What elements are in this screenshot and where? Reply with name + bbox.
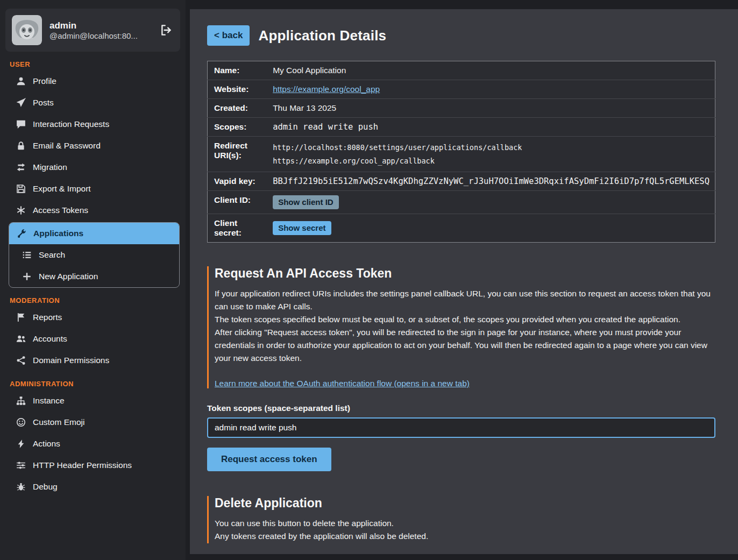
applications-submenu: Search New Application xyxy=(9,244,179,287)
smiley-icon xyxy=(16,417,26,427)
row-label: Website: xyxy=(208,80,268,99)
sidebar-item-applications[interactable]: Applications xyxy=(9,223,179,244)
applications-group: Applications Search New Application xyxy=(9,222,180,288)
sidebar-item-domain-permissions[interactable]: Domain Permissions xyxy=(0,350,186,371)
request-token-paragraph: After clicking "Request access token", y… xyxy=(215,326,715,365)
sidebar-item-label: Accounts xyxy=(33,334,67,344)
detail-row-client-secret: Client secret: Show secret xyxy=(208,214,715,242)
sidebar: admin @admin@localhost:80... USER Profil… xyxy=(0,0,186,560)
tools-icon xyxy=(17,229,26,238)
section-label-user: USER xyxy=(10,60,176,68)
back-button[interactable]: < back xyxy=(207,25,250,46)
detail-row-vapid-key: Vapid key: BBJffJ219b5iE512m7wQSzv4KgKDh… xyxy=(208,172,715,190)
sidebar-item-email-password[interactable]: Email & Password xyxy=(0,135,186,157)
settings-page: admin @admin@localhost:80... USER Profil… xyxy=(0,0,738,560)
row-label: Vapid key: xyxy=(208,172,268,190)
migration-icon xyxy=(16,162,26,172)
delete-application-section: Delete Application You can use this butt… xyxy=(207,496,715,543)
user-card: admin @admin@localhost:80... xyxy=(5,9,180,52)
sidebar-item-custom-emoji[interactable]: Custom Emoji xyxy=(0,412,186,433)
sidebar-item-label: Migration xyxy=(33,162,67,172)
detail-row-name: Name: My Cool Application xyxy=(208,61,715,80)
delete-paragraph: You can use this button to delete the ap… xyxy=(215,517,715,530)
request-token-paragraph: The token scopes specified below must be… xyxy=(215,313,715,326)
detail-row-redirect-uris: Redirect URI(s): http://localhost:8080/s… xyxy=(208,137,715,172)
oauth-docs-link[interactable]: Learn more about the OAuth authenticatio… xyxy=(215,379,470,388)
detail-row-website: Website: https://example.org/cool_app xyxy=(208,80,715,99)
user-name: admin xyxy=(49,20,152,31)
token-scopes-label: Token scopes (space-separated list) xyxy=(207,403,715,413)
row-label: Name: xyxy=(208,61,268,80)
user-handle: @admin@localhost:80... xyxy=(49,31,152,40)
sidebar-item-migration[interactable]: Migration xyxy=(0,157,186,178)
page-title: Application Details xyxy=(258,27,386,44)
sidebar-item-instance[interactable]: Instance xyxy=(0,390,186,412)
section-label-moderation: MODERATION xyxy=(10,296,176,304)
sidebar-item-label: Custom Emoji xyxy=(33,417,84,427)
sidebar-item-label: Export & Import xyxy=(33,184,91,194)
show-client-id-button[interactable]: Show client ID xyxy=(273,195,339,209)
delete-paragraph: Any tokens created by the application wi… xyxy=(215,530,715,543)
bug-icon xyxy=(16,482,26,492)
detail-row-scopes: Scopes: admin read write push xyxy=(208,118,715,137)
request-token-paragraph: If your application redirect URIs includ… xyxy=(215,287,715,313)
row-label: Client secret: xyxy=(208,214,268,242)
user-icon xyxy=(16,76,26,86)
show-secret-button[interactable]: Show secret xyxy=(273,221,331,235)
request-access-token-button[interactable]: Request access token xyxy=(207,448,331,471)
sidebar-item-label: Domain Permissions xyxy=(33,356,109,365)
sidebar-item-debug[interactable]: Debug xyxy=(0,476,186,498)
row-label: Redirect URI(s): xyxy=(208,137,268,172)
website-link[interactable]: https://example.org/cool_app xyxy=(273,84,380,94)
sidebar-item-label: New Application xyxy=(39,272,98,281)
sidebar-item-applications-search[interactable]: Search xyxy=(9,244,179,266)
token-scopes-input[interactable] xyxy=(207,417,715,438)
page-header: < back Application Details xyxy=(207,25,715,46)
sidebar-item-http-header-permissions[interactable]: HTTP Header Permissions xyxy=(0,455,186,476)
sidebar-item-label: Posts xyxy=(33,98,54,108)
lock-icon xyxy=(16,141,26,151)
sidebar-item-interaction-requests[interactable]: Interaction Requests xyxy=(0,114,186,135)
sidebar-item-label: Interaction Requests xyxy=(33,119,109,129)
row-value: Thu Mar 13 2025 xyxy=(267,99,715,118)
user-meta: admin @admin@localhost:80... xyxy=(49,20,152,40)
request-token-heading: Request An API Access Token xyxy=(215,266,715,281)
bolt-icon xyxy=(16,439,26,449)
sidebar-item-label: Access Tokens xyxy=(33,205,88,215)
asterisk-icon xyxy=(16,205,26,215)
sidebar-item-access-tokens[interactable]: Access Tokens xyxy=(0,200,186,221)
sidebar-item-label: Debug xyxy=(33,482,58,492)
request-token-section: Request An API Access Token If your appl… xyxy=(207,266,715,388)
detail-row-client-id: Client ID: Show client ID xyxy=(208,190,715,214)
logout-icon[interactable] xyxy=(160,23,174,37)
plus-icon xyxy=(22,272,32,281)
sliders-icon xyxy=(16,460,26,470)
sidebar-item-profile[interactable]: Profile xyxy=(0,70,186,92)
redirect-uri: https://example.org/cool_app/callback xyxy=(273,154,709,167)
sidebar-item-actions[interactable]: Actions xyxy=(0,433,186,455)
share-nodes-icon xyxy=(16,356,26,365)
flag-icon xyxy=(16,313,26,322)
sidebar-item-export-import[interactable]: Export & Import xyxy=(0,178,186,200)
sidebar-item-label: Instance xyxy=(33,396,65,406)
sidebar-item-new-application[interactable]: New Application xyxy=(9,266,179,287)
sidebar-item-posts[interactable]: Posts xyxy=(0,92,186,114)
sidebar-item-accounts[interactable]: Accounts xyxy=(0,328,186,350)
sidebar-item-reports[interactable]: Reports xyxy=(0,307,186,328)
comment-icon xyxy=(16,119,26,129)
delete-button[interactable]: Delete xyxy=(207,554,262,555)
sidebar-item-label: Actions xyxy=(33,439,60,449)
delete-heading: Delete Application xyxy=(215,496,715,511)
row-value: My Cool Application xyxy=(267,61,715,80)
row-value: admin read write push xyxy=(267,118,715,137)
avatar xyxy=(12,15,42,45)
sidebar-item-label: Applications xyxy=(33,229,83,238)
row-label: Client ID: xyxy=(208,190,268,214)
list-icon xyxy=(22,250,32,260)
sidebar-item-label: Email & Password xyxy=(33,141,101,151)
paper-plane-icon xyxy=(16,98,26,108)
main-panel: < back Application Details Name: My Cool… xyxy=(190,9,738,554)
detail-row-created: Created: Thu Mar 13 2025 xyxy=(208,99,715,118)
sidebar-item-label: HTTP Header Permissions xyxy=(33,460,132,470)
sidebar-item-label: Reports xyxy=(33,313,62,322)
